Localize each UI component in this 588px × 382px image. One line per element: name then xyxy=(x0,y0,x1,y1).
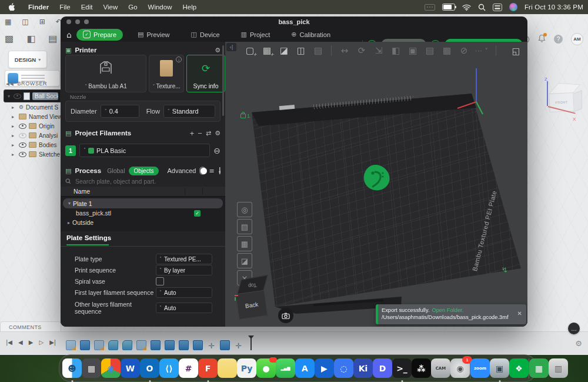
user-avatar[interactable]: AM xyxy=(571,33,583,45)
filament-sync-icon[interactable]: ⇄ xyxy=(206,129,211,137)
add-plate-icon[interactable]: ▦+ xyxy=(261,45,273,57)
first-layer-sequence-select[interactable]: ˅ Auto xyxy=(156,287,212,298)
filament-select[interactable]: ˅ PLA Basic xyxy=(79,144,210,157)
timeline-extrude-icon[interactable] xyxy=(165,340,175,350)
playback-skip-start-button[interactable]: |◀ xyxy=(6,339,12,346)
dock-icon-launchpad[interactable]: ▦ xyxy=(82,358,101,378)
browser-panel-header[interactable]: ◀◀ BROWSER xyxy=(6,81,47,87)
dock-icon-stickies[interactable] xyxy=(218,358,237,378)
open-folder-link[interactable]: Open Folder. xyxy=(432,307,463,313)
zoom-window-button[interactable] xyxy=(84,19,89,24)
dock-icon-stocks-chart[interactable]: ▂▄▆ xyxy=(276,358,295,378)
wifi-icon[interactable] xyxy=(462,4,471,11)
sync-info-button[interactable]: ⟳ Sync info xyxy=(186,55,225,92)
expander-closed-icon[interactable]: ▸ xyxy=(12,124,16,129)
browser-item-sketche[interactable]: ▸Sketche xyxy=(4,150,62,159)
diameter-select[interactable]: ˅ 0.4 xyxy=(101,105,139,118)
tab-device[interactable]: ◫ Device xyxy=(185,29,226,41)
dock-icon-vscode[interactable]: ⟨⟩ xyxy=(159,358,179,378)
expander-closed-icon[interactable]: ▸ xyxy=(68,220,70,225)
add-filament-button[interactable]: + xyxy=(190,129,195,138)
dock-icon-slack[interactable]: # xyxy=(179,358,198,378)
plate-type-select[interactable]: ˅ Textured PE... xyxy=(156,254,212,264)
menu-go[interactable]: Go xyxy=(128,4,137,11)
search-icon[interactable] xyxy=(478,4,486,11)
browser-item-document-s[interactable]: ▸⚙Document S xyxy=(4,102,62,112)
model-visible-checkbox[interactable]: ✓ xyxy=(194,210,201,217)
sidebar-collapse-button[interactable]: ‹| xyxy=(226,43,236,51)
comments-tab[interactable]: COMMENTS xyxy=(0,321,61,332)
fusion-viewcube[interactable]: Z FRONT X xyxy=(542,80,583,122)
fusion-tool-icon-0[interactable]: ▩ xyxy=(5,33,14,44)
timeline-playhead[interactable] xyxy=(250,337,252,350)
timeline-sketch-icon[interactable] xyxy=(136,340,146,350)
scope-global-button[interactable]: Global xyxy=(107,167,125,174)
print-sequence-select[interactable]: ˅ By layer xyxy=(156,265,212,275)
menu-edit[interactable]: Edit xyxy=(81,4,93,11)
filament-edit-icon[interactable]: ⊖ xyxy=(213,146,220,155)
add-model-icon[interactable]: ▢+ xyxy=(244,45,256,57)
expander-closed-icon[interactable]: ▸ xyxy=(12,142,16,148)
dock-icon-node-graph-app[interactable]: ⁂ xyxy=(412,358,431,378)
tab-calibration[interactable]: ⊕ Calibration xyxy=(285,29,337,41)
expander-open-icon[interactable]: ▾ xyxy=(68,201,71,206)
dock-icon-discord[interactable]: D xyxy=(373,358,392,378)
plate-settings-tab[interactable]: Plate Settings xyxy=(61,231,225,247)
menu-file[interactable]: File xyxy=(59,4,71,11)
global-view-icon[interactable]: ◎ xyxy=(237,202,252,217)
dock-icon-swirl-utility[interactable]: ◉1 xyxy=(450,358,470,378)
help-icon[interactable]: ? xyxy=(554,35,563,44)
viewport-3d[interactable]: Bambu Textured PEI Plate 1 ‹| ▢+▦+◪◫▤↔⟳⇲… xyxy=(225,42,527,327)
visibility-eye-icon[interactable] xyxy=(19,152,26,157)
comment-bubble-button[interactable]: … xyxy=(568,323,580,334)
plate-row[interactable]: ▾ Plate 1 xyxy=(63,198,223,208)
visibility-eye-icon[interactable] xyxy=(19,124,26,129)
expander-closed-icon[interactable]: ▸ xyxy=(12,133,16,138)
other-layers-sequence-select[interactable]: ˅ Auto xyxy=(156,303,212,313)
info-icon[interactable]: i xyxy=(176,57,182,62)
toast-close-icon[interactable]: ✕ xyxy=(517,310,522,317)
model-bass-pick[interactable] xyxy=(362,164,392,191)
control-center-icon[interactable] xyxy=(493,4,502,11)
dock-icon-chrome[interactable]: ◉ xyxy=(101,358,121,378)
tab-prepare[interactable]: ✓ Prepare xyxy=(76,29,123,41)
menu-help[interactable]: Help xyxy=(182,4,196,11)
model-row[interactable]: bass_pick.stl ✓ xyxy=(61,208,225,218)
playback-step-forward-button[interactable]: ▷ xyxy=(39,339,44,346)
dock-icon-signal[interactable]: ◌ xyxy=(334,358,353,378)
menu-finder[interactable]: Finder xyxy=(28,4,49,11)
timeline-extrude-icon[interactable] xyxy=(220,340,230,350)
dock-icon-app-store[interactable]: A xyxy=(295,358,315,378)
dock-icon-outlook[interactable]: O xyxy=(140,358,159,378)
search-input[interactable] xyxy=(74,177,220,185)
dock-icon-terminal[interactable]: >_ xyxy=(392,358,412,378)
timeline-fillet-icon[interactable] xyxy=(122,340,132,350)
browser-item-named-view[interactable]: ▸Named View xyxy=(4,112,62,121)
printer-settings-gear-icon[interactable]: ⚙ xyxy=(215,46,220,54)
dock-icon-finder[interactable]: ☻ xyxy=(62,358,82,378)
expander-closed-icon[interactable]: ▸ xyxy=(12,152,16,157)
camera-snapshot-button[interactable] xyxy=(278,308,293,323)
browser-item-ball-socke[interactable]: ▾Ball Socke xyxy=(4,89,62,102)
dock-icon-prime-video[interactable]: ▶ xyxy=(315,358,334,378)
dock-icon-kicad[interactable]: Ki xyxy=(353,358,373,378)
split-objects-icon[interactable]: ◱ xyxy=(512,46,520,57)
scope-objects-button[interactable]: Objects xyxy=(129,167,159,175)
timeline-sketch-icon[interactable] xyxy=(94,340,104,350)
tab-project[interactable]: ▥ Project xyxy=(235,29,277,41)
remove-filament-button[interactable]: − xyxy=(198,129,202,138)
menu-view[interactable]: View xyxy=(103,4,118,11)
apple-menu-icon[interactable] xyxy=(7,3,15,12)
playback-play-button[interactable]: ▶ xyxy=(29,339,34,346)
plate-number-tag[interactable]: 1 xyxy=(240,113,250,119)
home-icon[interactable]: ⌂ xyxy=(66,30,72,39)
auto-orient-icon[interactable]: ◪ xyxy=(278,45,290,57)
navigation-cube[interactable]: Top Back xyxy=(235,276,271,325)
orient-view-icon[interactable]: ◪ xyxy=(237,253,252,268)
list-view-icon[interactable]: ▤ xyxy=(312,45,324,57)
expander-closed-icon[interactable]: ▸ xyxy=(12,105,16,110)
fusion-quick-icon-0[interactable]: ▦ xyxy=(5,18,11,26)
browser-item-analysi[interactable]: ▸Analysi xyxy=(4,131,62,140)
browser-item-bodies[interactable]: ▸Bodies xyxy=(4,140,62,150)
tune-params-icon[interactable] xyxy=(218,167,220,174)
